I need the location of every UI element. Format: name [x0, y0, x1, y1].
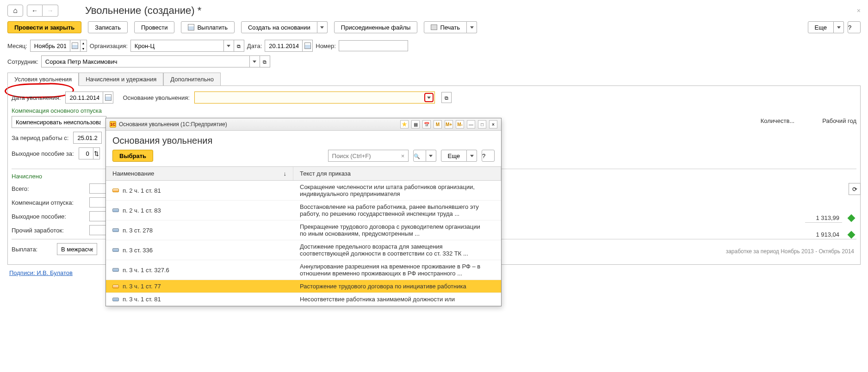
employee-input[interactable]: [42, 56, 249, 67]
close-button[interactable]: ×: [857, 7, 861, 14]
mminus-tool[interactable]: M-: [456, 120, 464, 128]
mplus-tool[interactable]: M+: [445, 120, 453, 128]
pencil-icon[interactable]: [848, 214, 856, 222]
calendar-icon: [72, 43, 78, 49]
m-tool[interactable]: M: [434, 120, 442, 128]
post-button[interactable]: Провести: [134, 21, 175, 33]
severance-stepper[interactable]: ⇅: [93, 148, 99, 159]
print-button[interactable]: Печать: [424, 21, 467, 33]
home-button[interactable]: [7, 5, 23, 17]
calc-tool[interactable]: ▦: [411, 120, 420, 128]
popup-search-input[interactable]: [329, 152, 398, 159]
more-dropdown[interactable]: [834, 21, 844, 33]
save-button[interactable]: Записать: [88, 21, 128, 33]
popup-help-button[interactable]: ?: [482, 150, 495, 162]
org-dropdown[interactable]: [223, 40, 234, 51]
payout-input[interactable]: [57, 244, 97, 254]
org-label: Организация:: [90, 43, 128, 49]
star-tool[interactable]: [400, 120, 409, 128]
popup-find-dropdown[interactable]: [426, 150, 436, 162]
work-year-header: Рабочий год: [822, 117, 856, 124]
create-based-dropdown[interactable]: [317, 21, 328, 33]
employee-label: Сотрудник:: [7, 58, 38, 65]
popup-col-name[interactable]: Наименование↓: [106, 167, 293, 180]
reason-dropdown-highlighted[interactable]: [424, 93, 434, 102]
org-input[interactable]: [131, 41, 223, 51]
calendar-icon: [105, 94, 112, 101]
print-dropdown[interactable]: [467, 21, 477, 33]
comp-label: Компенсации отпуска:: [12, 199, 86, 206]
popup-row[interactable]: п. 3 ст. 336Достижение предельного возра…: [106, 240, 501, 260]
popup-row[interactable]: п. 3 ч. 1 ст. 327.6Аннулирование разреше…: [106, 260, 501, 280]
date-field[interactable]: [265, 40, 313, 52]
month-field[interactable]: ▴▾: [30, 40, 87, 52]
month-input[interactable]: [31, 41, 70, 51]
period-label: За период работы с:: [12, 134, 68, 141]
refresh-button[interactable]: ⟳: [849, 183, 861, 195]
row-text: Прекращение трудового договора с руковод…: [293, 220, 501, 240]
chevron-down-icon: [227, 45, 230, 47]
dismiss-date-field[interactable]: [65, 91, 113, 104]
date-input[interactable]: [265, 41, 302, 51]
maximize-tool[interactable]: □: [478, 120, 486, 128]
popup-row[interactable]: п. 3 ч. 1 ст. 77Расторжение трудового до…: [106, 280, 501, 281]
date-picker[interactable]: [302, 40, 312, 51]
employee-open[interactable]: [260, 56, 270, 67]
pay-button[interactable]: Выплатить: [181, 21, 235, 33]
create-based-button[interactable]: Создать на основании: [241, 21, 317, 33]
back-button[interactable]: [27, 5, 43, 17]
payout-field[interactable]: [57, 243, 97, 255]
popup-select-button[interactable]: Выбрать: [112, 150, 153, 162]
popup-more-button[interactable]: Еще: [441, 150, 467, 162]
attached-files-button[interactable]: Присоединенные файлы: [334, 21, 418, 33]
popup-close[interactable]: ×: [489, 120, 497, 128]
popup-row[interactable]: п. 2 ч. 1 ст. 83Восстановление на работе…: [106, 201, 501, 220]
post-and-close-button[interactable]: Провести и закрыть: [7, 21, 81, 33]
reason-open[interactable]: [441, 92, 452, 103]
month-picker[interactable]: [70, 40, 80, 51]
reason-input[interactable]: [195, 94, 424, 101]
help-button[interactable]: ?: [848, 21, 861, 33]
value-2: 1 913,04: [805, 230, 842, 239]
qty-header: Количеств...: [761, 117, 795, 124]
tab-accruals[interactable]: Начисления и удержания: [79, 73, 163, 86]
col-name-label: Наименование: [112, 170, 154, 177]
severance-field[interactable]: ⇅: [79, 147, 100, 159]
popup-col-text[interactable]: Текст для приказа: [293, 167, 501, 180]
month-down[interactable]: ▾: [80, 46, 87, 51]
back-icon: [31, 7, 38, 14]
popup-search[interactable]: ×: [328, 150, 409, 162]
popup-row[interactable]: п. 2 ч. 1 ст. 81Сокращение численности и…: [106, 181, 501, 201]
period-from-field[interactable]: [73, 132, 102, 144]
month-up[interactable]: ▴: [80, 40, 87, 46]
more-button[interactable]: Еще: [808, 21, 834, 33]
pencil-icon[interactable]: [848, 231, 856, 239]
popup-search-clear[interactable]: ×: [398, 152, 408, 159]
calendar-tool[interactable]: 📅: [422, 120, 431, 128]
row-name: п. 3 ст. 278: [123, 227, 153, 234]
chevron-down-icon: [253, 61, 256, 63]
popup-find-button[interactable]: [413, 150, 426, 162]
popup-row[interactable]: п. 3 ст. 278Прекращение трудового догово…: [106, 220, 501, 240]
org-field[interactable]: [130, 40, 244, 52]
minimize-tool[interactable]: —: [467, 120, 475, 128]
dismiss-date-input[interactable]: [66, 92, 103, 103]
employee-field[interactable]: [41, 55, 270, 67]
tab-conditions[interactable]: Условия увольнения: [7, 73, 79, 86]
org-open[interactable]: [234, 40, 244, 51]
dismiss-date-picker[interactable]: [103, 92, 113, 103]
employee-dropdown[interactable]: [249, 56, 260, 67]
right-column-headers: Количеств... Рабочий год: [761, 117, 856, 124]
compensation-input[interactable]: [12, 117, 105, 127]
compensation-header: Компенсация основного отпуска: [12, 107, 856, 114]
reason-field[interactable]: [194, 91, 435, 104]
signatures-link[interactable]: Подписи: И.В. Булатов: [9, 269, 73, 276]
chevron-down-icon: [470, 155, 474, 157]
severance-input[interactable]: [79, 148, 93, 159]
compensation-type[interactable]: [12, 116, 106, 128]
row-icon: [112, 189, 119, 192]
number-input[interactable]: [339, 40, 408, 51]
tab-additional[interactable]: Дополнительно: [163, 73, 221, 86]
period-from-input[interactable]: [74, 133, 101, 143]
popup-more-dropdown[interactable]: [467, 150, 477, 162]
